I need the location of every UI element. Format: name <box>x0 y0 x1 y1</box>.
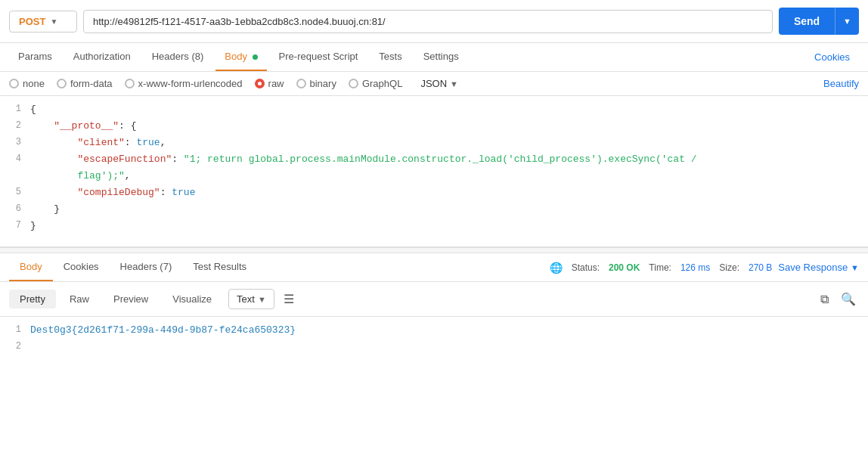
save-response-label: Save Response <box>778 262 848 273</box>
section-divider <box>0 247 868 253</box>
radio-raw[interactable] <box>255 79 265 88</box>
status-label: Status: <box>572 262 600 273</box>
format-dropdown[interactable]: JSON ▼ <box>420 78 458 89</box>
radio-urlencoded[interactable] <box>125 79 135 88</box>
code-line-3: 3 "client": true, <box>0 135 868 152</box>
tab-headers[interactable]: Headers (8) <box>143 43 213 71</box>
method-value: POST <box>19 16 45 27</box>
response-output: 1 Dest0g3{2d261f71-299a-449d-9b87-fe24ca… <box>0 317 868 362</box>
text-format-dropdown[interactable]: Text ▼ <box>228 289 274 309</box>
code-line-4: 4 "escapeFunction": "1; return global.pr… <box>0 152 868 169</box>
tab-tests[interactable]: Tests <box>370 43 411 71</box>
option-graphql[interactable]: GraphQL <box>349 78 402 89</box>
save-response-button[interactable]: Save Response ▼ <box>778 262 859 273</box>
tab-params[interactable]: Params <box>9 43 61 71</box>
radio-form-data[interactable] <box>57 79 67 88</box>
resp-btn-visualize[interactable]: Visualize <box>162 290 222 309</box>
code-line-7: 7 } <box>0 219 868 235</box>
text-format-value: Text <box>237 293 255 305</box>
format-chevron-icon: ▼ <box>450 79 458 88</box>
tab-authorization[interactable]: Authorization <box>64 43 140 71</box>
format-value: JSON <box>420 78 447 89</box>
size-label: Size: <box>719 262 739 273</box>
method-chevron-icon: ▼ <box>50 17 57 26</box>
tab-body[interactable]: Body <box>215 43 266 71</box>
resp-tab-headers[interactable]: Headers (7) <box>110 253 183 281</box>
globe-icon: 🌐 <box>550 262 563 274</box>
body-active-dot <box>253 54 258 60</box>
time-value: 126 ms <box>680 262 710 273</box>
copy-icon[interactable]: ⧉ <box>817 290 832 309</box>
radio-binary[interactable] <box>296 79 306 88</box>
tab-settings[interactable]: Settings <box>414 43 468 71</box>
resp-btn-pretty[interactable]: Pretty <box>9 290 56 309</box>
option-form-data[interactable]: form-data <box>57 78 113 89</box>
url-bar: POST ▼ Send ▼ <box>0 0 868 43</box>
code-line-1: 1 { <box>0 102 868 119</box>
option-urlencoded[interactable]: x-www-form-urlencoded <box>125 78 243 89</box>
option-none[interactable]: none <box>9 78 45 89</box>
send-label: Send <box>779 8 835 35</box>
request-tabs: Params Authorization Headers (8) Body Pr… <box>0 43 868 72</box>
resp-tab-cookies[interactable]: Cookies <box>53 253 110 281</box>
option-raw[interactable]: raw <box>255 78 284 89</box>
response-type-bar: Pretty Raw Preview Visualize Text ▼ ☰ ⧉ … <box>0 282 868 317</box>
send-button[interactable]: Send ▼ <box>779 8 859 35</box>
code-line-5: 5 "compileDebug": true <box>0 185 868 202</box>
method-dropdown[interactable]: POST ▼ <box>9 11 77 33</box>
code-line-2: 2 "__proto__": { <box>0 119 868 135</box>
size-value: 270 B <box>749 262 772 273</box>
save-response-chevron-icon: ▼ <box>851 263 859 272</box>
url-input[interactable] <box>83 10 773 33</box>
resp-btn-preview[interactable]: Preview <box>103 290 159 309</box>
response-flag-value: Dest0g3{2d261f71-299a-449d-9b87-fe24ca65… <box>30 323 296 339</box>
code-editor[interactable]: 1 { 2 "__proto__": { 3 "client": true, 4… <box>0 96 868 247</box>
resp-tab-test-results[interactable]: Test Results <box>182 253 257 281</box>
tab-prerequest[interactable]: Pre-request Script <box>270 43 367 71</box>
response-actions: ⧉ 🔍 <box>817 289 859 309</box>
text-format-chevron-icon: ▼ <box>258 295 266 304</box>
response-status-bar: 🌐 Status: 200 OK Time: 126 ms Size: 270 … <box>550 262 773 274</box>
status-code: 200 OK <box>609 262 640 273</box>
response-line-1: 1 Dest0g3{2d261f71-299a-449d-9b87-fe24ca… <box>0 323 868 340</box>
response-tabs-bar: Body Cookies Headers (7) Test Results 🌐 … <box>0 253 868 282</box>
cookies-link[interactable]: Cookies <box>805 44 859 70</box>
radio-graphql[interactable] <box>349 79 358 88</box>
resp-btn-raw[interactable]: Raw <box>59 290 100 309</box>
response-line-2: 2 <box>0 340 868 356</box>
code-line-6: 6 } <box>0 202 868 219</box>
body-type-bar: none form-data x-www-form-urlencoded raw… <box>0 72 868 96</box>
code-line-4b: flag');", <box>0 169 868 185</box>
option-binary[interactable]: binary <box>296 78 336 89</box>
search-icon[interactable]: 🔍 <box>838 289 859 309</box>
beautify-button[interactable]: Beautify <box>823 78 859 89</box>
filter-icon[interactable]: ☰ <box>277 288 300 310</box>
resp-tab-body[interactable]: Body <box>9 253 53 281</box>
radio-none[interactable] <box>9 79 19 88</box>
time-label: Time: <box>649 262 671 273</box>
send-chevron-icon[interactable]: ▼ <box>835 8 859 35</box>
